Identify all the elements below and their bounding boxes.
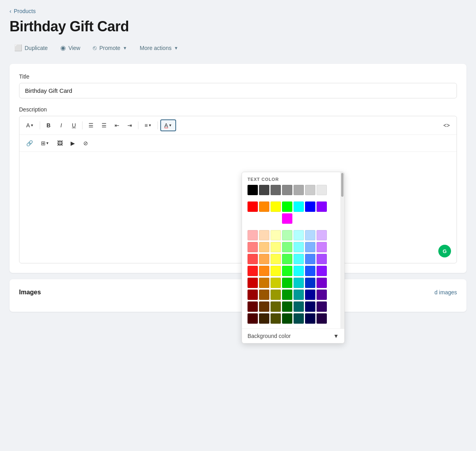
indent-increase-button[interactable]: ⇥ bbox=[124, 119, 136, 131]
ps-3-2[interactable] bbox=[259, 254, 269, 264]
ps-1-4[interactable] bbox=[282, 230, 292, 240]
promote-button[interactable]: ⎋ Promote ▼ bbox=[88, 42, 132, 54]
color-swatch-cyan[interactable] bbox=[294, 202, 304, 212]
text-color-button[interactable]: A ▼ bbox=[160, 119, 176, 131]
font-size-button[interactable]: A ▼ bbox=[23, 119, 37, 131]
ps-7-6[interactable] bbox=[305, 301, 315, 312]
clear-format-button[interactable]: ⊘ bbox=[80, 137, 92, 149]
color-swatch-mid-gray[interactable] bbox=[282, 185, 292, 195]
ps-6-4[interactable] bbox=[282, 290, 292, 300]
ps-5-6[interactable] bbox=[305, 278, 315, 288]
duplicate-button[interactable]: ⬜ Duplicate bbox=[10, 41, 52, 54]
ps-5-1[interactable] bbox=[248, 278, 258, 288]
ps-4-7[interactable] bbox=[317, 266, 327, 276]
color-swatch-red[interactable] bbox=[248, 202, 258, 212]
ps-2-2[interactable] bbox=[259, 242, 269, 252]
color-picker-footer[interactable]: Background color ▼ bbox=[242, 328, 344, 343]
ps-6-7[interactable] bbox=[317, 290, 327, 300]
italic-button[interactable]: I bbox=[55, 119, 67, 131]
ps-4-3[interactable] bbox=[271, 266, 281, 276]
ps-7-4[interactable] bbox=[282, 301, 292, 312]
ps-2-3[interactable] bbox=[271, 242, 281, 252]
images-link[interactable]: d images bbox=[434, 289, 457, 296]
palette-row-4 bbox=[248, 266, 335, 276]
ps-2-7[interactable] bbox=[317, 242, 327, 252]
ps-8-6[interactable] bbox=[305, 313, 315, 324]
ps-3-4[interactable] bbox=[282, 254, 292, 264]
ps-4-5[interactable] bbox=[294, 266, 304, 276]
ps-7-1[interactable] bbox=[248, 301, 258, 312]
grammarly-button[interactable]: G bbox=[438, 245, 451, 257]
html-button[interactable]: <> bbox=[440, 119, 453, 131]
ps-8-5[interactable] bbox=[294, 313, 304, 324]
image-button[interactable]: 🖼 bbox=[54, 137, 66, 149]
ps-8-1[interactable] bbox=[248, 313, 258, 324]
ps-4-6[interactable] bbox=[305, 266, 315, 276]
ps-7-2[interactable] bbox=[259, 301, 269, 312]
color-swatch-near-white[interactable] bbox=[317, 185, 327, 195]
ps-5-4[interactable] bbox=[282, 278, 292, 288]
color-swatch-lighter-gray[interactable] bbox=[305, 185, 315, 195]
ps-2-4[interactable] bbox=[282, 242, 292, 252]
ps-1-6[interactable] bbox=[305, 230, 315, 240]
ps-1-5[interactable] bbox=[294, 230, 304, 240]
table-button[interactable]: ⊞ ▼ bbox=[37, 137, 53, 149]
ps-5-7[interactable] bbox=[317, 278, 327, 288]
ps-6-5[interactable] bbox=[294, 290, 304, 300]
video-button[interactable]: ▶ bbox=[67, 137, 79, 149]
ps-5-3[interactable] bbox=[271, 278, 281, 288]
ps-1-1[interactable] bbox=[248, 230, 258, 240]
ps-6-2[interactable] bbox=[259, 290, 269, 300]
indent-decrease-button[interactable]: ⇤ bbox=[111, 119, 123, 131]
ps-2-1[interactable] bbox=[248, 242, 258, 252]
ps-4-2[interactable] bbox=[259, 266, 269, 276]
color-swatch-gray[interactable] bbox=[271, 185, 281, 195]
ps-7-3[interactable] bbox=[271, 301, 281, 312]
color-swatch-light-gray[interactable] bbox=[294, 185, 304, 195]
ps-2-6[interactable] bbox=[305, 242, 315, 252]
title-input[interactable] bbox=[19, 83, 457, 98]
ps-7-7[interactable] bbox=[317, 301, 327, 312]
ps-3-3[interactable] bbox=[271, 254, 281, 264]
view-button[interactable]: ◉ View bbox=[56, 41, 85, 54]
ps-1-2[interactable] bbox=[259, 230, 269, 240]
ps-1-3[interactable] bbox=[271, 230, 281, 240]
color-swatch-black[interactable] bbox=[248, 185, 258, 195]
editor-body[interactable]: TEXT COLOR bbox=[19, 152, 457, 263]
color-swatch-blue[interactable] bbox=[305, 202, 315, 212]
ps-6-3[interactable] bbox=[271, 290, 281, 300]
color-swatch-green[interactable] bbox=[282, 202, 292, 212]
color-swatch-orange[interactable] bbox=[259, 202, 269, 212]
more-actions-button[interactable]: More actions ▼ bbox=[135, 42, 183, 54]
ps-3-6[interactable] bbox=[305, 254, 315, 264]
ps-3-5[interactable] bbox=[294, 254, 304, 264]
ps-2-5[interactable] bbox=[294, 242, 304, 252]
color-picker-scrollbar[interactable] bbox=[340, 172, 344, 328]
color-swatch-dark-gray[interactable] bbox=[259, 185, 269, 195]
ps-5-2[interactable] bbox=[259, 278, 269, 288]
ps-6-1[interactable] bbox=[248, 290, 258, 300]
table-icon: ⊞ bbox=[41, 140, 46, 146]
ps-8-2[interactable] bbox=[259, 313, 269, 324]
color-swatch-magenta[interactable] bbox=[282, 213, 292, 224]
ps-7-5[interactable] bbox=[294, 301, 304, 312]
color-swatch-violet[interactable] bbox=[317, 202, 327, 212]
ps-8-7[interactable] bbox=[317, 313, 327, 324]
ps-3-1[interactable] bbox=[248, 254, 258, 264]
align-button[interactable]: ≡ ▼ bbox=[141, 119, 155, 131]
bold-button[interactable]: B bbox=[42, 119, 54, 131]
ps-6-6[interactable] bbox=[305, 290, 315, 300]
ordered-list-button[interactable]: ☰ bbox=[98, 119, 110, 131]
ps-4-1[interactable] bbox=[248, 266, 258, 276]
color-swatch-yellow[interactable] bbox=[271, 202, 281, 212]
ps-1-7[interactable] bbox=[317, 230, 327, 240]
bullet-list-button[interactable]: ☰ bbox=[85, 119, 97, 131]
link-button[interactable]: 🔗 bbox=[23, 137, 36, 149]
ps-5-5[interactable] bbox=[294, 278, 304, 288]
ps-8-3[interactable] bbox=[271, 313, 281, 324]
underline-button[interactable]: U bbox=[68, 119, 80, 131]
breadcrumb[interactable]: ‹ Products bbox=[10, 8, 466, 14]
ps-4-4[interactable] bbox=[282, 266, 292, 276]
ps-3-7[interactable] bbox=[317, 254, 327, 264]
ps-8-4[interactable] bbox=[282, 313, 292, 324]
